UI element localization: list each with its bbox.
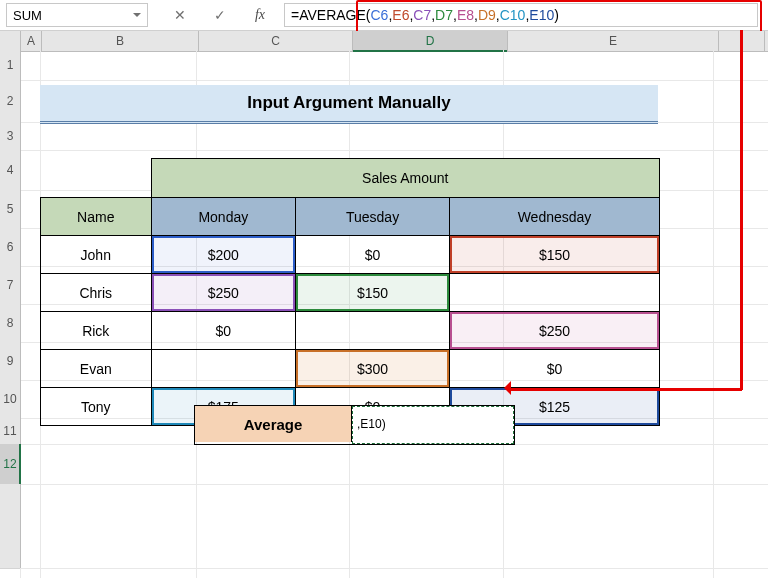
col-header-E[interactable]: E xyxy=(508,31,719,51)
insert-function-button[interactable]: fx xyxy=(240,4,280,26)
cell-D9[interactable]: $300 xyxy=(296,350,450,388)
average-row: Average ,E10) xyxy=(194,405,515,445)
average-label: Average xyxy=(195,406,352,442)
cell-E6[interactable]: $150 xyxy=(449,236,659,274)
row-header-8[interactable]: 8 xyxy=(0,304,21,343)
cell-E9[interactable]: $0 xyxy=(449,350,659,388)
cell-name[interactable]: Chris xyxy=(41,274,152,312)
table-row: Chris $250 $150 xyxy=(41,274,660,312)
formula-buttons: ✕ ✓ fx xyxy=(160,4,280,26)
name-box[interactable]: SUM xyxy=(6,3,148,27)
cell-D8[interactable] xyxy=(296,312,450,350)
row-header-6[interactable]: 6 xyxy=(0,228,21,267)
cell-C7[interactable]: $250 xyxy=(151,274,296,312)
average-cell-D12[interactable]: ,E10) xyxy=(352,406,514,444)
row-header-13[interactable] xyxy=(0,484,21,569)
col-header-B[interactable]: B xyxy=(42,31,199,51)
row-header-10[interactable]: 10 xyxy=(0,380,21,419)
cell-E8[interactable]: $250 xyxy=(449,312,659,350)
select-all-corner[interactable] xyxy=(0,31,21,51)
enter-formula-button[interactable]: ✓ xyxy=(200,4,240,26)
row-header-2[interactable]: 2 xyxy=(0,80,21,123)
row-header-5[interactable]: 5 xyxy=(0,190,21,229)
day-header-tue: Tuesday xyxy=(296,198,450,236)
col-header-A[interactable]: A xyxy=(21,31,42,51)
cell-name[interactable]: Evan xyxy=(41,350,152,388)
day-header-mon: Monday xyxy=(151,198,296,236)
row-header-4[interactable]: 4 xyxy=(0,150,21,191)
formula-bar-row: SUM ✕ ✓ fx =AVERAGE(C6,E6,C7,D7,E8,D9,C1… xyxy=(0,0,768,31)
cell-C8[interactable]: $0 xyxy=(151,312,296,350)
cell-D6[interactable]: $0 xyxy=(296,236,450,274)
cancel-formula-button[interactable]: ✕ xyxy=(160,4,200,26)
row-header-11[interactable]: 11 xyxy=(0,418,21,445)
table-row: Rick $0 $250 xyxy=(41,312,660,350)
day-header-wed: Wednesday xyxy=(449,198,659,236)
row-header-9[interactable]: 9 xyxy=(0,342,21,381)
excel-window: SUM ✕ ✓ fx =AVERAGE(C6,E6,C7,D7,E8,D9,C1… xyxy=(0,0,768,578)
row-header-12[interactable]: 12 xyxy=(0,444,21,485)
name-header: Name xyxy=(41,198,152,236)
table-row: John $200 $0 $150 xyxy=(41,236,660,274)
sheet-content: Input Argument Manually Sales Amount Nam… xyxy=(40,85,660,426)
cell-C9[interactable] xyxy=(151,350,296,388)
cell-C6[interactable]: $200 xyxy=(151,236,296,274)
sales-amount-header: Sales Amount xyxy=(151,159,659,198)
sales-table: Sales Amount Name Monday Tuesday Wednesd… xyxy=(40,158,660,426)
cell-name[interactable]: Tony xyxy=(41,388,152,426)
column-headers: A B C D E xyxy=(0,31,768,52)
worksheet-grid[interactable]: 123456789101112 Input Argument Manually … xyxy=(0,50,768,578)
row-header-3[interactable]: 3 xyxy=(0,122,21,151)
row-header-7[interactable]: 7 xyxy=(0,266,21,305)
formula-input[interactable]: =AVERAGE(C6,E6,C7,D7,E8,D9,C10,E10) xyxy=(284,3,758,27)
table-row: Evan $300 $0 xyxy=(41,350,660,388)
cell-name[interactable]: John xyxy=(41,236,152,274)
cell-D7[interactable]: $150 xyxy=(296,274,450,312)
empty-corner xyxy=(41,159,152,198)
col-header-next[interactable] xyxy=(719,31,765,51)
page-title: Input Argument Manually xyxy=(40,85,658,124)
cell-E7[interactable] xyxy=(449,274,659,312)
cell-name[interactable]: Rick xyxy=(41,312,152,350)
row-header-1[interactable]: 1 xyxy=(0,50,21,81)
col-header-C[interactable]: C xyxy=(199,31,353,51)
col-header-D[interactable]: D xyxy=(353,31,508,51)
